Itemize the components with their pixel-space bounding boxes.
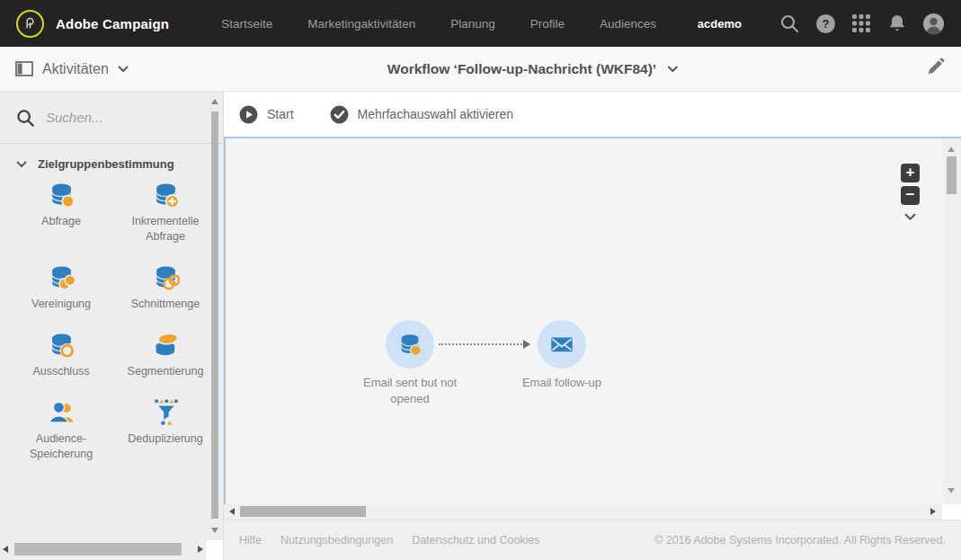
activity-vereinigung[interactable]: Vereinigung xyxy=(9,263,113,312)
scroll-right-arrow[interactable] xyxy=(198,546,203,553)
section-zielgruppenbestimmung[interactable]: Zielgruppenbestimmung xyxy=(0,144,223,181)
node-circle xyxy=(386,320,434,369)
footer-link-nutzungsbedingungen[interactable]: Nutzungsbedingungen xyxy=(280,534,393,547)
workflow-node-query[interactable]: Email sent but not opened xyxy=(351,320,468,407)
canvas-horizontal-scrollbar[interactable] xyxy=(224,504,961,520)
activities-context-picker[interactable]: Aktivitäten xyxy=(0,61,129,77)
union-icon xyxy=(48,263,76,291)
top-navigation-bar: Adobe Campaign Startseite Marketingaktiv… xyxy=(0,0,961,47)
scrollbar-thumb[interactable] xyxy=(14,543,182,556)
scrollbar-thumb[interactable] xyxy=(947,156,957,194)
adobe-campaign-logo-icon[interactable] xyxy=(16,10,44,38)
scroll-up-arrow[interactable] xyxy=(948,147,955,152)
zoom-in-button[interactable]: + xyxy=(901,164,920,182)
email-icon xyxy=(549,332,574,357)
footer-link-hilfe[interactable]: Hilfe xyxy=(239,534,262,547)
scroll-right-arrow[interactable] xyxy=(930,508,936,515)
logged-in-username[interactable]: acdemo xyxy=(698,17,742,31)
play-icon xyxy=(239,105,258,124)
sidebar-vertical-scrollbar[interactable] xyxy=(210,99,219,533)
primary-nav: Startseite Marketingaktivitäten Planung … xyxy=(221,17,656,31)
nav-item-startseite[interactable]: Startseite xyxy=(221,17,272,31)
query-icon xyxy=(397,332,423,357)
deduplication-icon xyxy=(152,398,180,426)
search-input[interactable] xyxy=(46,110,172,125)
help-icon[interactable]: ? xyxy=(814,12,837,35)
sidebar-horizontal-scrollbar[interactable] xyxy=(3,543,203,556)
chevron-down-icon xyxy=(667,66,678,73)
audience-save-icon xyxy=(48,398,76,426)
activity-segmentierung[interactable]: Segmentierung xyxy=(113,331,218,379)
workflow-title-dropdown[interactable]: Workflow ‘Follow-up-Nachricht (WKF84)’ xyxy=(387,61,678,77)
chevron-down-icon xyxy=(118,66,129,73)
app-grid-icon[interactable] xyxy=(850,12,873,35)
activity-ausschluss[interactable]: Ausschluss xyxy=(9,331,113,379)
activities-palette-sidebar: Zielgruppenbestimmung Abfrage Inkremente… xyxy=(0,92,224,560)
user-avatar[interactable] xyxy=(921,12,945,35)
nav-item-marketingaktivitaeten[interactable]: Marketingaktivitäten xyxy=(307,17,415,31)
activity-grid: Abfrage Inkrementelle Abfrage Vereinigun xyxy=(0,181,223,462)
scroll-left-arrow[interactable] xyxy=(3,546,8,553)
workflow-toolbar: Start Mehrfachauswahl aktivieren xyxy=(224,92,961,137)
canvas-vertical-scrollbar[interactable] xyxy=(943,138,961,504)
scrollbar-corner xyxy=(206,540,223,560)
workflow-editor: Start Mehrfachauswahl aktivieren xyxy=(224,92,961,560)
workflow-header-bar: Aktivitäten Workflow ‘Follow-up-Nachrich… xyxy=(0,47,961,92)
segmentation-icon xyxy=(152,331,180,359)
sidebar-search xyxy=(0,92,223,144)
bell-icon[interactable] xyxy=(885,12,909,35)
check-circle-icon xyxy=(330,105,349,124)
context-label: Aktivitäten xyxy=(42,61,109,77)
chevron-down-icon[interactable] xyxy=(904,213,916,221)
exclusion-icon xyxy=(48,331,76,359)
search-icon[interactable] xyxy=(778,12,801,35)
footer: Hilfe Nutzungsbedingungen Datenschutz un… xyxy=(224,520,961,560)
nav-item-profile[interactable]: Profile xyxy=(530,17,565,31)
activities-panel-icon xyxy=(15,61,33,76)
activity-inkrementelle-abfrage[interactable]: Inkrementelle Abfrage xyxy=(113,181,218,244)
app-title: Adobe Campaign xyxy=(56,16,169,31)
query-icon xyxy=(48,181,76,209)
scroll-down-arrow[interactable] xyxy=(948,488,955,493)
activity-schnittmenge[interactable]: Schnittmenge xyxy=(113,263,218,312)
edit-pencil-icon[interactable] xyxy=(925,58,945,81)
zoom-controls: + − xyxy=(901,164,920,221)
nav-item-planung[interactable]: Planung xyxy=(450,17,495,31)
node-label: Email follow-up xyxy=(522,375,601,391)
svg-text:?: ? xyxy=(822,17,829,31)
node-label: Email sent but not opened xyxy=(351,375,468,407)
scroll-down-arrow[interactable] xyxy=(211,528,218,533)
copyright-text: © 2016 Adobe Systems Incorporated. All R… xyxy=(654,534,946,547)
start-button[interactable]: Start xyxy=(239,105,294,124)
page-title: Workflow ‘Follow-up-Nachricht (WKF84)’ xyxy=(387,61,656,77)
activity-deduplizierung[interactable]: Deduplizierung xyxy=(113,398,218,462)
nav-item-audiences[interactable]: Audiences xyxy=(600,17,656,31)
activity-abfrage[interactable]: Abfrage xyxy=(9,181,113,244)
search-icon xyxy=(16,109,34,127)
scroll-up-arrow[interactable] xyxy=(211,99,218,104)
intersection-icon xyxy=(152,263,180,291)
workflow-canvas[interactable]: Email sent but not opened xyxy=(224,138,943,504)
footer-link-datenschutz[interactable]: Datenschutz und Cookies xyxy=(412,534,539,547)
scrollbar-thumb[interactable] xyxy=(240,506,366,517)
node-circle xyxy=(538,320,586,369)
chevron-down-icon xyxy=(16,161,27,168)
zoom-out-button[interactable]: − xyxy=(901,186,920,205)
scrollbar-thumb[interactable] xyxy=(211,111,218,519)
activity-audience-speicherung[interactable]: Audience-Speicherung xyxy=(9,398,113,462)
workflow-node-email[interactable]: Email follow-up xyxy=(503,320,620,391)
multiselect-toggle[interactable]: Mehrfachauswahl aktivieren xyxy=(330,105,514,124)
scrollbar-corner xyxy=(942,504,961,520)
incremental-query-icon xyxy=(152,181,180,209)
section-label: Zielgruppenbestimmung xyxy=(38,157,174,171)
scroll-left-arrow[interactable] xyxy=(229,508,235,515)
